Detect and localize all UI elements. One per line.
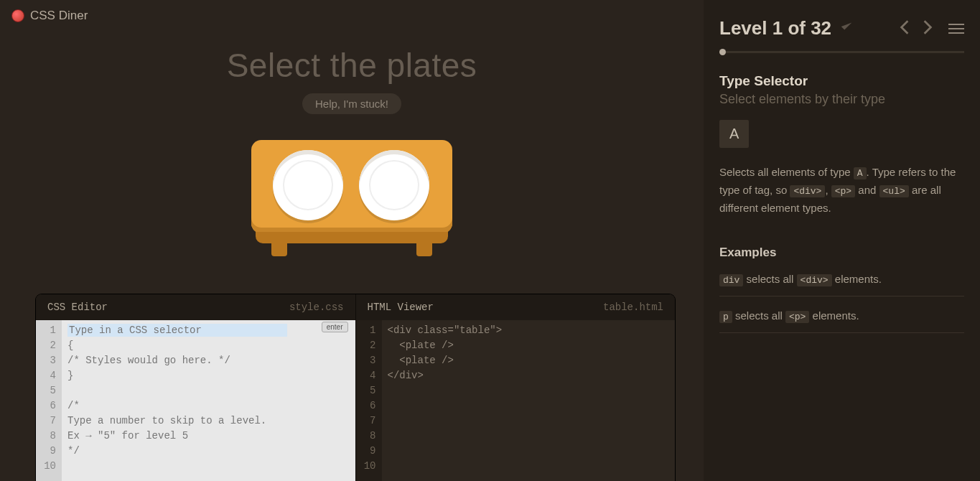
help-button[interactable]: Help, I'm stuck! <box>302 93 401 114</box>
example-tag: <div> <box>797 274 832 286</box>
html-pane-filename: table.html <box>603 302 663 313</box>
tag-chip: A <box>854 167 867 179</box>
example-line: div selects all <div> elements. <box>719 273 964 296</box>
html-code-line <box>388 429 670 444</box>
prev-level-icon[interactable] <box>900 19 910 38</box>
syntax-box: A <box>719 120 749 148</box>
logo-area: CSS Diner <box>11 9 88 23</box>
html-pane-title: HTML Viewer <box>368 302 434 313</box>
css-code-area[interactable]: enter {/* Styles would go here. */} /*Ty… <box>62 320 355 481</box>
progress-knob <box>719 49 726 55</box>
menu-icon[interactable] <box>948 24 964 34</box>
selector-description: Selects all elements of type A. Type ref… <box>719 164 964 217</box>
prompt-title: Select the plates <box>227 46 477 85</box>
level-title-wrap[interactable]: Level 1 of 32 <box>719 17 854 39</box>
editor-wrap: CSS Editor style.css 12345678910 enter {… <box>36 294 675 481</box>
html-code-area: <div class="table"> <plate /> <plate /><… <box>382 320 676 481</box>
html-code-line <box>388 383 670 398</box>
css-pane-body: 12345678910 enter {/* Styles would go he… <box>36 320 355 481</box>
html-gutter: 12345678910 <box>356 320 382 481</box>
html-code-line <box>388 459 670 474</box>
tag-chip: <ul> <box>879 185 909 197</box>
app-title: CSS Diner <box>30 9 88 23</box>
html-code-line: </div> <box>388 368 670 383</box>
sidebar: Level 1 of 32 Type Selector Select eleme… <box>704 0 980 481</box>
html-pane-body: 12345678910 <div class="table"> <plate /… <box>356 320 676 481</box>
examples-title: Examples <box>719 246 964 260</box>
css-gutter: 12345678910 <box>36 320 62 481</box>
css-code-line: Type a number to skip to a level. <box>67 414 350 429</box>
css-pane-title: CSS Editor <box>47 302 108 313</box>
example-tag: <p> <box>785 311 809 323</box>
next-level-icon[interactable] <box>923 19 933 38</box>
css-pane: CSS Editor style.css 12345678910 enter {… <box>36 294 355 481</box>
html-code-line: <plate /> <box>388 338 670 353</box>
css-code-line <box>67 459 350 474</box>
html-code-line <box>388 444 670 459</box>
main-area: Select the plates Help, I'm stuck! CSS E… <box>0 32 704 481</box>
example-code: div <box>719 274 743 286</box>
html-code-line <box>388 414 670 429</box>
table-top <box>251 140 452 233</box>
level-title: Level 1 of 32 <box>719 17 831 39</box>
html-code-line: <div class="table"> <box>388 323 670 338</box>
example-line: p selects all <p> elements. <box>719 309 964 333</box>
css-pane-header: CSS Editor style.css <box>36 294 355 320</box>
css-code-line <box>67 383 350 398</box>
tag-chip: <p> <box>831 185 855 197</box>
css-selector-input[interactable] <box>67 324 287 337</box>
table-leg-right <box>416 242 432 256</box>
progress-bar[interactable] <box>719 51 964 53</box>
example-code: p <box>719 311 732 323</box>
game-table <box>251 140 452 269</box>
css-code-line: Ex → "5" for level 5 <box>67 429 350 444</box>
nav-arrows <box>900 19 964 38</box>
plate-1[interactable] <box>273 150 343 220</box>
css-code-line: { <box>67 338 350 353</box>
tag-chip: <div> <box>790 185 825 197</box>
check-icon <box>839 17 854 39</box>
css-code-line: /* <box>67 398 350 414</box>
selector-subtitle: Select elements by their type <box>719 92 964 107</box>
html-pane-header: HTML Viewer table.html <box>356 294 676 320</box>
css-code-line: } <box>67 368 350 383</box>
html-code-line: <plate /> <box>388 353 670 368</box>
level-header: Level 1 of 32 <box>719 17 964 39</box>
css-pane-filename: style.css <box>289 302 344 313</box>
logo-icon <box>11 9 24 22</box>
enter-button[interactable]: enter <box>322 322 348 332</box>
selector-title: Type Selector <box>719 73 964 89</box>
table-leg-left <box>271 242 287 256</box>
css-code-line: /* Styles would go here. */ <box>67 353 350 368</box>
plate-2[interactable] <box>359 150 429 220</box>
html-code-line <box>388 398 670 414</box>
css-code-line: */ <box>67 444 350 459</box>
html-pane: HTML Viewer table.html 12345678910 <div … <box>355 294 676 481</box>
